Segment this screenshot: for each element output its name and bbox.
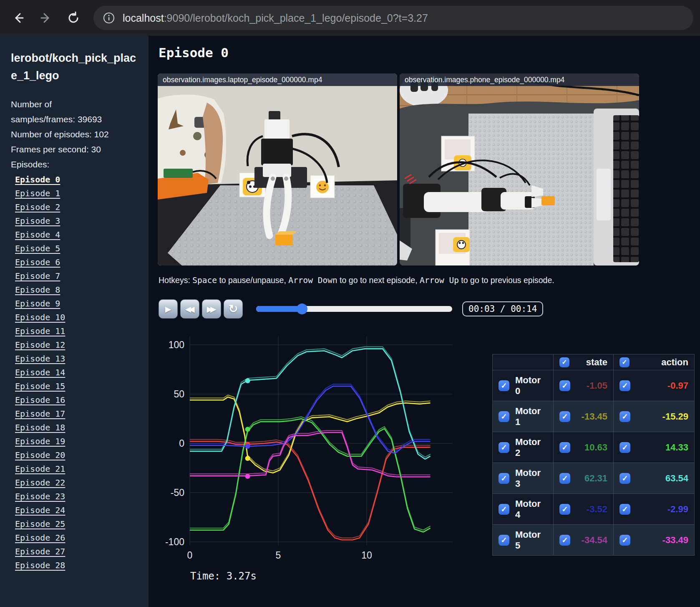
motor-checkbox[interactable]: ✓ <box>499 380 509 391</box>
motor-checkbox[interactable]: ✓ <box>499 442 509 453</box>
video-title: observation.images.laptop_episode_000000… <box>158 73 397 86</box>
motor-chart: 100500-50-1000510 Time: 3.27s <box>154 328 459 582</box>
fast-forward-button[interactable]: ▶▶ <box>202 299 221 319</box>
episode-link[interactable]: Episode 15 <box>15 379 138 393</box>
action-value: 63.54 <box>630 473 688 484</box>
episode-link[interactable]: Episode 4 <box>15 228 138 242</box>
episode-link[interactable]: Episode 19 <box>15 435 138 448</box>
svg-text:50: 50 <box>174 389 184 400</box>
episode-link[interactable]: Episode 0 <box>15 173 138 187</box>
forward-icon[interactable] <box>37 9 55 27</box>
episode-list: Episode 0Episode 1Episode 2Episode 3Epis… <box>11 173 138 572</box>
action-column-checkbox[interactable]: ✓ <box>619 357 629 367</box>
episode-link[interactable]: Episode 5 <box>15 242 138 255</box>
episode-link[interactable]: Episode 1 <box>15 187 138 200</box>
state-checkbox[interactable]: ✓ <box>559 411 570 422</box>
episode-link[interactable]: Episode 16 <box>15 393 138 407</box>
video-row: observation.images.laptop_episode_000000… <box>158 73 639 266</box>
episode-link[interactable]: Episode 25 <box>15 517 138 531</box>
info-line: Number of episodes: 102 <box>11 127 138 142</box>
episode-link[interactable]: Episode 18 <box>15 421 138 435</box>
action-value: -15.29 <box>630 411 688 422</box>
action-checkbox[interactable]: ✓ <box>619 504 630 515</box>
episodes-label: Episodes: <box>11 157 138 172</box>
reload-icon[interactable] <box>64 9 83 27</box>
svg-text:5: 5 <box>276 550 281 561</box>
hotkeys-help: Hotkeys: Space to pause/unpause, Arrow D… <box>159 276 554 285</box>
state-checkbox[interactable]: ✓ <box>559 442 570 453</box>
episode-link[interactable]: Episode 11 <box>15 324 138 338</box>
episode-link[interactable]: Episode 21 <box>15 462 138 476</box>
info-icon[interactable] <box>101 10 117 26</box>
episode-link[interactable]: Episode 27 <box>15 545 138 559</box>
episode-link[interactable]: Episode 20 <box>15 448 138 462</box>
action-checkbox[interactable]: ✓ <box>619 380 630 391</box>
motor-checkbox[interactable]: ✓ <box>499 411 509 422</box>
url-text: localhost:9090/lerobot/koch_pick_place_1… <box>123 12 428 24</box>
rewind-icon: ◀◀ <box>185 304 192 314</box>
episode-link[interactable]: Episode 13 <box>15 352 138 366</box>
episode-link[interactable]: Episode 7 <box>15 269 138 283</box>
dataset-info: Number of samples/frames: 39693 Number o… <box>11 97 138 157</box>
state-header-cell: ✓state <box>554 354 614 370</box>
motor-checkbox[interactable]: ✓ <box>499 535 509 546</box>
empty-header-cell <box>493 354 554 370</box>
info-line: Frames per second: 30 <box>11 142 138 157</box>
episode-link[interactable]: Episode 22 <box>15 476 138 490</box>
state-checkbox[interactable]: ✓ <box>559 473 570 484</box>
episode-link[interactable]: Episode 17 <box>15 407 138 421</box>
chart-time-label: Time: 3.27s <box>154 570 459 582</box>
state-checkbox[interactable]: ✓ <box>559 504 570 515</box>
episode-link[interactable]: Episode 6 <box>15 255 138 269</box>
episode-link[interactable]: Episode 24 <box>15 503 138 517</box>
video-frame-phone-cam <box>400 73 639 266</box>
action-checkbox[interactable]: ✓ <box>619 442 630 453</box>
video-frame-laptop-cam <box>158 73 397 266</box>
video-laptop[interactable]: observation.images.laptop_episode_000000… <box>158 73 397 266</box>
motor-checkbox[interactable]: ✓ <box>499 473 509 484</box>
episode-link[interactable]: Episode 12 <box>15 338 138 352</box>
action-value: -33.49 <box>630 535 688 546</box>
episode-link[interactable]: Episode 9 <box>15 297 138 311</box>
state-value: -1.05 <box>570 380 607 391</box>
state-column-checkbox[interactable]: ✓ <box>559 357 569 367</box>
fast-forward-icon: ▶▶ <box>206 304 214 314</box>
page-title: Episode 0 <box>159 45 229 60</box>
episode-link[interactable]: Episode 8 <box>15 283 138 297</box>
state-value: -34.54 <box>570 535 607 546</box>
action-checkbox[interactable]: ✓ <box>619 473 630 484</box>
state-value: -3.52 <box>570 504 607 515</box>
motor-row: ✓Motor 5✓-34.54✓-33.49 <box>493 525 695 556</box>
motor-checkbox[interactable]: ✓ <box>499 504 509 515</box>
action-checkbox[interactable]: ✓ <box>619 411 630 422</box>
info-line: Number of <box>11 97 138 112</box>
motor-row: ✓Motor 0✓-1.05✓-0.97 <box>493 370 695 401</box>
motor-row: ✓Motor 3✓62.31✓63.54 <box>493 463 695 494</box>
episode-link[interactable]: Episode 26 <box>15 531 138 545</box>
state-checkbox[interactable]: ✓ <box>559 535 570 546</box>
state-value: 10.63 <box>570 442 607 453</box>
url-bar[interactable]: localhost:9090/lerobot/koch_pick_place_1… <box>93 6 693 30</box>
seek-slider[interactable] <box>256 306 452 312</box>
play-button[interactable]: ▶ <box>159 299 178 319</box>
key-arrow-up: Arrow Up <box>420 276 459 285</box>
episode-link[interactable]: Episode 3 <box>15 214 138 228</box>
episode-link[interactable]: Episode 23 <box>15 490 138 503</box>
svg-text:0: 0 <box>179 438 184 449</box>
loop-button[interactable]: ↻ <box>224 299 243 319</box>
dataset-title: lerobot/koch_pick_place_1_lego <box>11 49 138 84</box>
rewind-button[interactable]: ◀◀ <box>180 299 199 319</box>
episode-link[interactable]: Episode 10 <box>15 311 138 324</box>
action-checkbox[interactable]: ✓ <box>619 535 630 546</box>
motor-label: Motor 0 <box>515 375 547 397</box>
episode-link[interactable]: Episode 14 <box>15 366 138 379</box>
back-icon[interactable] <box>9 9 28 27</box>
player-controls: ▶ ◀◀ ▶▶ ↻ 00:03 / 00:14 <box>159 298 543 320</box>
episode-link[interactable]: Episode 28 <box>15 559 138 572</box>
browser-toolbar: localhost:9090/lerobot/koch_pick_place_1… <box>0 0 700 36</box>
seek-slider-thumb[interactable] <box>297 304 307 314</box>
key-space: Space <box>192 276 217 285</box>
video-phone[interactable]: observation.images.phone_episode_000000.… <box>400 73 639 266</box>
episode-link[interactable]: Episode 2 <box>15 200 138 214</box>
state-checkbox[interactable]: ✓ <box>559 380 570 391</box>
